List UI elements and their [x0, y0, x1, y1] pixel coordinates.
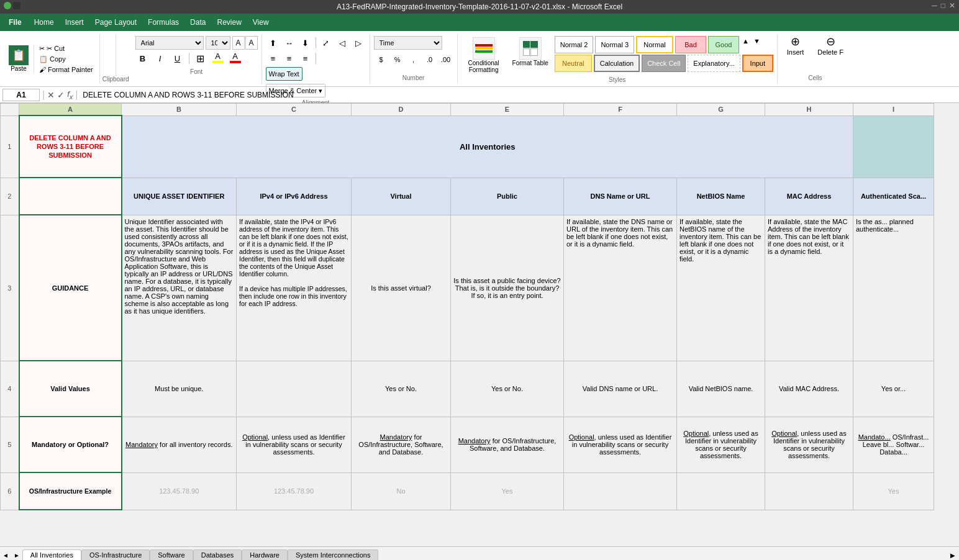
close-btn[interactable]: ✕	[949, 1, 955, 10]
cell-g4[interactable]: Valid NetBIOS name.	[677, 361, 765, 417]
cell-b2[interactable]: UNIQUE ASSET IDENTIFIER	[122, 178, 237, 215]
cell-g6[interactable]	[677, 472, 765, 510]
cell-c4[interactable]	[237, 361, 352, 417]
cell-g5[interactable]: Optional, unless used as Identifier in v…	[677, 417, 765, 472]
cell-d2[interactable]: Virtual	[352, 178, 451, 215]
cell-i1[interactable]	[853, 115, 934, 178]
corner-header[interactable]	[1, 104, 19, 116]
cell-f2[interactable]: DNS Name or URL	[564, 178, 677, 215]
calculation-style[interactable]: Calculation	[594, 55, 640, 72]
fill-color-button[interactable]: A	[211, 52, 225, 65]
cell-a4[interactable]: Valid Values	[19, 361, 122, 417]
confirm-formula-icon[interactable]: ✓	[57, 90, 65, 100]
row-num-5[interactable]: 5	[1, 417, 19, 472]
indent-increase-btn[interactable]: ▷	[351, 36, 366, 50]
styles-scroll-btn[interactable]: ▲	[741, 36, 750, 53]
font-size-select[interactable]: 10	[206, 36, 230, 50]
align-right-btn[interactable]: ≡	[298, 52, 313, 65]
cell-h6[interactable]	[765, 472, 853, 510]
cell-e5[interactable]: Mandatory for OS/Infrastructure, Softwar…	[451, 417, 564, 472]
sheet-tab-hardware[interactable]: Hardware	[242, 549, 288, 560]
normal3-style[interactable]: Normal 3	[595, 36, 634, 53]
file-menu[interactable]: File	[2, 14, 28, 31]
menu-data[interactable]: Data	[185, 16, 211, 29]
explanatory-style[interactable]: Explanatory...	[688, 55, 740, 72]
sheet-tab-databases[interactable]: Databases	[193, 549, 242, 560]
col-header-f[interactable]: F	[564, 104, 677, 116]
scroll-tabs-right[interactable]: ►	[11, 551, 22, 560]
cell-c3[interactable]: If available, state the IPv4 or IPv6 add…	[237, 215, 352, 361]
cell-f3[interactable]: If available, state the DNS name or URL …	[564, 215, 677, 361]
cell-h3[interactable]: If available, state the MAC Address of t…	[765, 215, 853, 361]
menu-home[interactable]: Home	[29, 16, 59, 29]
sheet-scroll-right[interactable]: ▶	[947, 551, 959, 560]
cell-b6[interactable]: 123.45.78.90	[122, 472, 237, 510]
cell-d3[interactable]: Is this asset virtual?	[352, 215, 451, 361]
copy-button[interactable]: 📋 Copy	[37, 55, 96, 64]
cell-a5[interactable]: Mandatory or Optional?	[19, 417, 122, 472]
increase-font-btn[interactable]: A	[232, 36, 245, 50]
normal-style[interactable]: Normal	[636, 36, 673, 53]
cell-i2[interactable]: Authenticated Sca...	[853, 178, 934, 215]
delete-cells-button[interactable]: ⊖ Delete F	[812, 36, 849, 55]
cell-h2[interactable]: MAC Address	[765, 178, 853, 215]
cell-b1-merged[interactable]: All Inventories	[122, 115, 853, 178]
cell-h4[interactable]: Valid MAC Address.	[765, 361, 853, 417]
paste-button[interactable]: 📋 Paste	[4, 44, 34, 73]
cell-f4[interactable]: Valid DNS name or URL.	[564, 361, 677, 417]
insert-function-icon[interactable]: fx	[67, 89, 73, 101]
row-num-1[interactable]: 1	[1, 115, 19, 178]
cell-i4[interactable]: Yes or...	[853, 361, 934, 417]
neutral-style[interactable]: Neutral	[555, 55, 592, 72]
cell-g3[interactable]: If available, state the NetBIOS name of …	[677, 215, 765, 361]
sheet-scroll-area[interactable]: A B C D E F G H I 1 DELETE COLUMN A AND …	[0, 103, 959, 546]
col-header-h[interactable]: H	[765, 104, 853, 116]
increase-decimal-btn[interactable]: .00	[439, 53, 453, 66]
bold-button[interactable]: B	[135, 52, 150, 65]
col-header-a[interactable]: A	[19, 104, 122, 116]
font-color-button[interactable]: A	[228, 52, 243, 65]
row-num-4[interactable]: 4	[1, 361, 19, 417]
col-header-g[interactable]: G	[677, 104, 765, 116]
cell-f5[interactable]: Optional, unless used as Identifier in v…	[564, 417, 677, 472]
sheet-tab-all-inventories[interactable]: All Inventories	[22, 549, 81, 560]
normal2-style[interactable]: Normal 2	[555, 36, 594, 53]
cell-c6[interactable]: 123.45.78.90	[237, 472, 352, 510]
scroll-tabs-left[interactable]: ◄	[0, 551, 11, 560]
cell-a6[interactable]: OS/Infrastructure Example	[19, 472, 122, 510]
cell-i5[interactable]: Mandato... OS/Infrast... Leave bl... Sof…	[853, 417, 934, 472]
bad-style[interactable]: Bad	[675, 36, 706, 53]
good-style[interactable]: Good	[708, 36, 739, 53]
cell-e2[interactable]: Public	[451, 178, 564, 215]
font-name-select[interactable]: Arial	[135, 36, 204, 50]
percent-btn[interactable]: %	[390, 53, 405, 66]
align-left-btn[interactable]: ≡	[266, 52, 281, 65]
minimize-btn[interactable]: ─	[932, 1, 937, 10]
col-header-d[interactable]: D	[352, 104, 451, 116]
col-header-e[interactable]: E	[451, 104, 564, 116]
indent-decrease-btn[interactable]: ◁	[335, 36, 350, 50]
row-num-3[interactable]: 3	[1, 215, 19, 361]
cell-d5[interactable]: Mandatory for OS/Infrastructure, Softwar…	[352, 417, 451, 472]
cell-b3[interactable]: Unique Identifier associated with the as…	[122, 215, 237, 361]
menu-insert[interactable]: Insert	[60, 16, 89, 29]
cell-f6[interactable]	[564, 472, 677, 510]
underline-button[interactable]: U	[170, 52, 185, 65]
menu-formulas[interactable]: Formulas	[143, 16, 184, 29]
align-top-btn[interactable]: ⬆	[266, 36, 281, 50]
cell-g2[interactable]: NetBIOS Name	[677, 178, 765, 215]
cell-b5[interactable]: Mandatory for all inventory records.	[122, 417, 237, 472]
cell-d4[interactable]: Yes or No.	[352, 361, 451, 417]
sheet-tab-os[interactable]: OS-Infrastructure	[81, 549, 150, 560]
check-cell-style[interactable]: Check Cell	[642, 55, 686, 72]
input-style[interactable]: Input	[742, 55, 773, 72]
sheet-tab-software[interactable]: Software	[150, 549, 193, 560]
format-painter-button[interactable]: 🖌 Format Painter	[37, 65, 96, 74]
currency-btn[interactable]: $	[374, 53, 389, 66]
format-table-button[interactable]: Format Table	[509, 36, 552, 68]
cell-reference-box[interactable]	[2, 89, 40, 101]
cell-e6[interactable]: Yes	[451, 472, 564, 510]
cell-i6[interactable]: Yes	[853, 472, 934, 510]
text-direction-btn[interactable]: ⤢	[319, 36, 334, 50]
menu-review[interactable]: Review	[212, 16, 246, 29]
